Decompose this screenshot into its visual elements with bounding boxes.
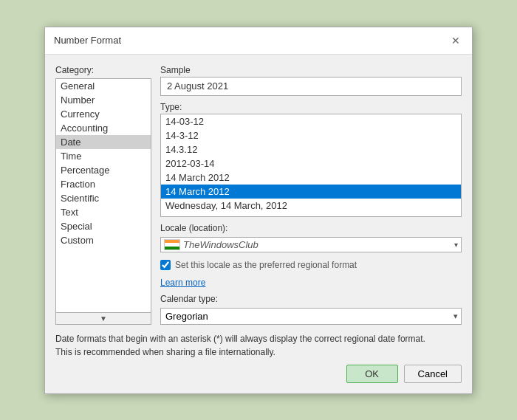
type-label: Type: <box>160 102 462 112</box>
calendar-section: Calendar type: Gregorian Islamic Hebrew … <box>160 294 462 325</box>
close-button[interactable]: ✕ <box>448 33 463 48</box>
preferred-locale-checkbox[interactable] <box>160 260 171 270</box>
footer-note: Date formats that begin with an asterisk… <box>55 332 462 359</box>
category-item-date[interactable]: Date <box>56 135 151 149</box>
calendar-select-wrapper: Gregorian Islamic Hebrew Japanese <box>160 308 462 325</box>
category-list[interactable]: GeneralNumberCurrencyAccountingDateTimeP… <box>55 78 151 313</box>
category-item-accounting[interactable]: Accounting <box>56 121 151 135</box>
title-bar: Number Format ✕ <box>45 27 472 55</box>
left-panel: Category: GeneralNumberCurrencyAccountin… <box>55 65 151 325</box>
sample-value: 2 August 2021 <box>160 77 462 96</box>
locale-flag-icon <box>164 239 180 250</box>
type-item-t2[interactable]: 14-3-12 <box>161 128 461 142</box>
locale-dropdown[interactable]: TheWindowsClub ▾ <box>160 237 462 252</box>
type-item-t5[interactable]: 14 March 2012 <box>161 171 461 185</box>
type-item-t4[interactable]: 2012-03-14 <box>161 156 461 171</box>
right-panel: Sample 2 August 2021 Type: 14-03-1214-3-… <box>160 65 462 325</box>
category-item-currency[interactable]: Currency <box>56 107 151 121</box>
type-list[interactable]: 14-03-1214-3-1214.3.122012-03-1414 March… <box>160 114 462 217</box>
sample-section: Sample 2 August 2021 <box>160 65 462 96</box>
type-item-t3[interactable]: 14.3.12 <box>161 142 461 156</box>
ok-button[interactable]: OK <box>346 365 398 383</box>
calendar-label: Calendar type: <box>160 294 462 304</box>
type-item-t6[interactable]: 14 March 2012 <box>161 185 461 199</box>
locale-watermark: TheWindowsClub <box>183 239 451 250</box>
category-item-text[interactable]: Text <box>56 205 151 219</box>
scroll-down-arrow[interactable]: ▼ <box>55 313 151 325</box>
type-item-t1[interactable]: 14-03-12 <box>161 114 461 128</box>
category-label: Category: <box>55 65 151 75</box>
category-item-general[interactable]: General <box>56 79 151 93</box>
number-format-dialog: Number Format ✕ Category: GeneralNumberC… <box>44 27 473 394</box>
category-item-fraction[interactable]: Fraction <box>56 177 151 191</box>
category-item-number[interactable]: Number <box>56 93 151 107</box>
dialog-footer: Date formats that begin with an asterisk… <box>45 325 472 393</box>
sample-label: Sample <box>160 65 462 75</box>
dialog-title: Number Format <box>54 35 121 46</box>
category-item-special[interactable]: Special <box>56 219 151 233</box>
locale-section: Locale (location): TheWindowsClub ▾ Engl… <box>160 223 462 252</box>
type-section: Type: 14-03-1214-3-1214.3.122012-03-1414… <box>160 102 462 217</box>
calendar-select[interactable]: Gregorian Islamic Hebrew Japanese <box>160 308 462 325</box>
learn-more-link[interactable]: Learn more <box>160 278 462 288</box>
category-item-scientific[interactable]: Scientific <box>56 191 151 205</box>
locale-arrow-icon[interactable]: ▾ <box>454 241 458 249</box>
category-item-time[interactable]: Time <box>56 149 151 163</box>
category-item-custom[interactable]: Custom <box>56 233 151 247</box>
dialog-body: Category: GeneralNumberCurrencyAccountin… <box>45 55 472 325</box>
preferred-locale-label: Set this locale as the preferred regiona… <box>175 260 357 270</box>
category-item-percentage[interactable]: Percentage <box>56 163 151 177</box>
preferred-locale-row: Set this locale as the preferred regiona… <box>160 260 462 270</box>
footer-buttons: OK Cancel <box>55 365 462 383</box>
type-item-t7[interactable]: Wednesday, 14 March, 2012 <box>161 199 461 213</box>
locale-label: Locale (location): <box>160 223 462 233</box>
cancel-button[interactable]: Cancel <box>404 365 462 383</box>
